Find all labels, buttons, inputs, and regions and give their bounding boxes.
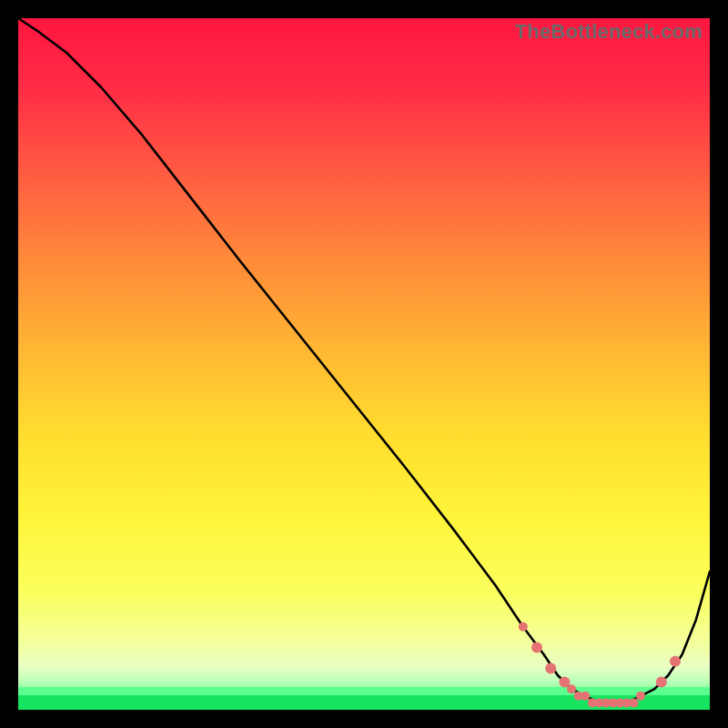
chart-stage: TheBottleneck.com [0,0,728,728]
chart-plot-area: TheBottleneck.com [18,18,710,710]
curve-marker [567,684,576,693]
curve-marker [581,692,590,701]
bottleneck-curve [18,18,710,703]
curve-markers [519,622,681,708]
plot-clip [18,18,710,710]
curve-marker [636,692,645,701]
watermark-text: TheBottleneck.com [515,20,703,44]
chart-overlay [18,18,710,710]
curve-marker [656,677,667,688]
curve-marker [670,656,681,667]
curve-marker [629,698,638,707]
curve-marker [545,662,556,673]
curve-marker [519,622,528,632]
curve-marker [531,642,542,653]
